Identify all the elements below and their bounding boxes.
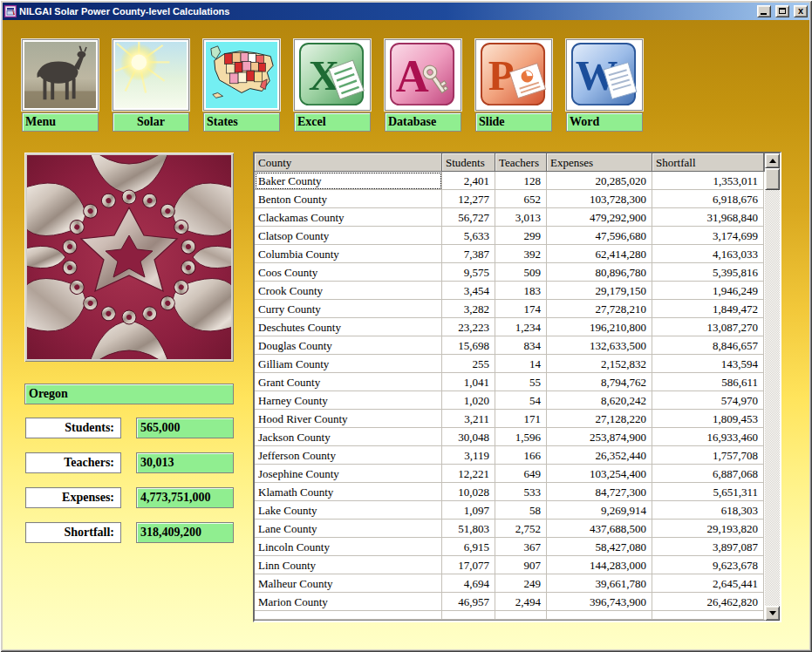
value-cell[interactable]: 1,809,453 (652, 410, 764, 428)
table-row[interactable]: Linn County17,077907144,283,0009,623,678 (255, 556, 765, 574)
value-cell[interactable]: 39,661,780 (547, 574, 652, 593)
table-row[interactable]: Crook County3,45418329,179,1501,946,249 (255, 282, 765, 300)
value-cell[interactable]: 3,454 (442, 282, 495, 300)
county-cell[interactable]: Curry County (255, 300, 442, 318)
vertical-scrollbar[interactable] (765, 153, 780, 621)
value-cell[interactable]: 1,849,472 (652, 300, 764, 318)
value-cell[interactable]: 574,970 (652, 391, 764, 410)
column-header-students[interactable]: Students (442, 153, 495, 172)
county-cell[interactable]: Clackamas County (255, 208, 442, 227)
value-cell[interactable]: 3,013 (495, 208, 547, 227)
county-cell[interactable]: Grant County (255, 373, 442, 391)
value-cell[interactable]: 26,462,820 (652, 593, 764, 611)
word-button-label[interactable]: Word (566, 112, 643, 132)
value-cell[interactable]: 132,633,500 (547, 336, 652, 355)
value-cell[interactable]: 47,596,680 (547, 227, 652, 245)
county-cell[interactable]: Lane County (255, 520, 442, 538)
excel-button[interactable]: X Excel (294, 39, 371, 132)
value-cell[interactable]: 2,494 (495, 593, 547, 611)
value-cell[interactable]: 249 (495, 574, 547, 593)
value-cell[interactable]: 253,874,900 (547, 428, 652, 446)
value-cell[interactable]: 80,896,780 (547, 263, 652, 282)
value-cell[interactable]: 8,620,242 (547, 391, 652, 410)
database-button[interactable]: A Database (385, 39, 461, 132)
value-cell[interactable]: 8,794,762 (547, 373, 652, 391)
word-button[interactable]: W Word (566, 39, 643, 132)
value-cell[interactable]: 437,688,500 (547, 520, 652, 538)
value-cell[interactable]: 23,223 (442, 318, 495, 336)
value-cell[interactable]: 183 (495, 282, 547, 300)
table-row[interactable]: Baker County2,40112820,285,0201,353,011 (255, 172, 765, 190)
maximize-button[interactable] (775, 5, 789, 17)
value-cell[interactable]: 30,048 (442, 428, 495, 446)
table-row[interactable]: Coos County9,57550980,896,7805,395,816 (255, 263, 765, 282)
value-cell[interactable]: 1,757,708 (652, 446, 764, 465)
table-row[interactable]: Harney County1,020548,620,242574,970 (255, 391, 765, 410)
county-cell[interactable]: Clatsop County (255, 227, 442, 245)
value-cell[interactable]: 31,968,840 (652, 208, 764, 227)
value-cell[interactable]: 649 (495, 465, 547, 483)
table-row[interactable]: Gilliam County255142,152,832143,594 (255, 355, 765, 373)
county-cell[interactable]: Hood River County (255, 410, 442, 428)
value-cell[interactable]: 8,846,657 (652, 336, 764, 355)
value-cell[interactable]: 29,179,150 (547, 282, 652, 300)
value-cell[interactable]: 1,596 (495, 428, 547, 446)
value-cell[interactable]: 5,633 (442, 227, 495, 245)
menu-button[interactable]: Menu (22, 39, 99, 132)
value-cell[interactable]: 907 (495, 556, 547, 574)
value-cell[interactable]: 9,269,914 (547, 501, 652, 520)
value-cell[interactable]: 15,698 (442, 336, 495, 355)
value-cell[interactable]: 166 (495, 446, 547, 465)
value-cell[interactable]: 509 (495, 263, 547, 282)
value-cell[interactable]: 84,727,300 (547, 483, 652, 501)
value-cell[interactable]: 618,303 (652, 501, 764, 520)
value-cell[interactable]: 396,743,900 (547, 593, 652, 611)
value-cell[interactable]: 144,283,000 (547, 556, 652, 574)
table-row[interactable]: Deschutes County23,2231,234196,210,80013… (255, 318, 765, 336)
value-cell[interactable]: 3,282 (442, 300, 495, 318)
value-cell[interactable]: 196,210,800 (547, 318, 652, 336)
table-row[interactable]: Clackamas County56,7273,013479,292,90031… (255, 208, 765, 227)
minimize-button[interactable] (757, 5, 771, 17)
database-button-label[interactable]: Database (385, 112, 461, 132)
county-grid[interactable]: CountyStudentsTeachersExpensesShortfall … (253, 152, 781, 622)
value-cell[interactable]: 16,933,460 (652, 428, 764, 446)
value-cell[interactable]: 1,041 (442, 373, 495, 391)
scroll-up-button[interactable] (765, 153, 780, 168)
excel-button-label[interactable]: Excel (294, 112, 371, 132)
table-row[interactable]: Benton County12,277652103,728,3006,918,6… (255, 190, 765, 208)
county-cell[interactable]: Josephine County (255, 465, 442, 483)
county-cell[interactable]: Benton County (255, 190, 442, 208)
value-cell[interactable]: 128 (495, 172, 547, 190)
scrollbar-thumb[interactable] (765, 168, 780, 190)
county-cell[interactable]: Baker County (255, 172, 442, 190)
value-cell[interactable]: 27,128,220 (547, 410, 652, 428)
menu-button-label[interactable]: Menu (22, 112, 99, 132)
value-cell[interactable]: 5,395,816 (652, 263, 764, 282)
value-cell[interactable]: 2,752 (495, 520, 547, 538)
county-cell[interactable]: Malheur County (255, 574, 442, 593)
value-cell[interactable]: 1,353,011 (652, 172, 764, 190)
table-row[interactable]: Klamath County10,02853384,727,3005,651,3… (255, 483, 765, 501)
county-cell[interactable]: Klamath County (255, 483, 442, 501)
value-cell[interactable]: 14 (495, 355, 547, 373)
table-row[interactable]: Josephine County12,221649103,254,4006,88… (255, 465, 765, 483)
county-cell[interactable]: Deschutes County (255, 318, 442, 336)
column-header-teachers[interactable]: Teachers (495, 153, 547, 172)
value-cell[interactable]: 26,352,440 (547, 446, 652, 465)
value-cell[interactable]: 12,277 (442, 190, 495, 208)
table-row[interactable]: Malheur County4,69424939,661,7802,645,44… (255, 574, 765, 593)
slide-button[interactable]: P Slide (475, 39, 552, 132)
value-cell[interactable]: 2,401 (442, 172, 495, 190)
value-cell[interactable]: 6,915 (442, 538, 495, 556)
county-cell[interactable]: Lincoln County (255, 538, 442, 556)
value-cell[interactable]: 1,097 (442, 501, 495, 520)
county-cell[interactable]: Coos County (255, 263, 442, 282)
column-header-shortfall[interactable]: Shortfall (652, 153, 764, 172)
states-button-label[interactable]: States (203, 112, 280, 132)
value-cell[interactable]: 4,694 (442, 574, 495, 593)
value-cell[interactable]: 58 (495, 501, 547, 520)
table-row[interactable]: Marion County46,9572,494396,743,90026,46… (255, 593, 765, 611)
value-cell[interactable]: 3,174,699 (652, 227, 764, 245)
table-row[interactable]: Grant County1,041558,794,762586,611 (255, 373, 765, 391)
